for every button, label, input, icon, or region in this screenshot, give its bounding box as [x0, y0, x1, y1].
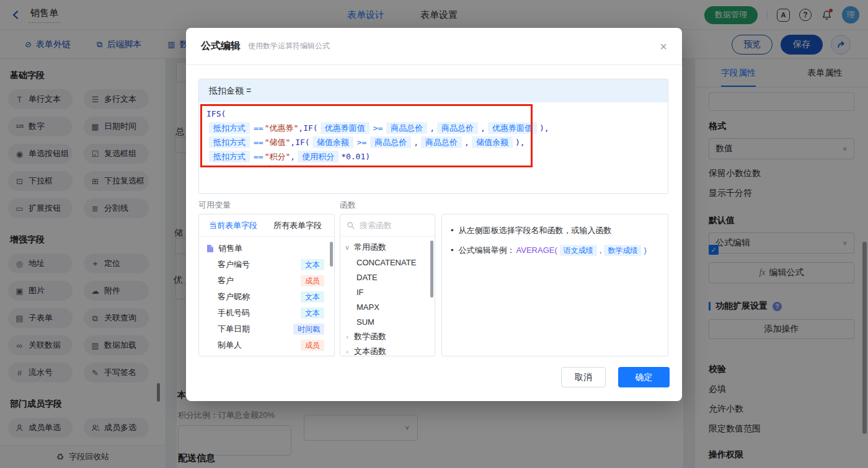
field-token[interactable]: 商品总价 [437, 122, 478, 134]
field-token[interactable]: 商品总价 [421, 136, 462, 148]
code-segment: , [290, 152, 295, 161]
hint-example-suffix: ) [644, 244, 646, 257]
variables-tabs: 当前表单字段所有表单字段 [199, 214, 334, 237]
variable-name: 手机号码 [218, 307, 250, 319]
formula-editor-modal: 公式编辑 使用数学运算符编辑公式 × 抵扣金额 = IFS(抵扣方式=="优惠券… [186, 28, 682, 401]
code-segment: >= [357, 138, 367, 147]
type-badge: 文本 [301, 307, 324, 319]
variables-tab[interactable]: 当前表单字段 [209, 220, 257, 231]
code-segment: , [414, 138, 418, 147]
variable-row[interactable]: 客户成员 [199, 273, 334, 289]
field-token[interactable]: 抵扣方式 [209, 136, 250, 148]
function-tree: ∨常用函数CONCATENATEDATEIFMAPXSUM›数学函数›文本函数 [340, 237, 435, 356]
modal-header: 公式编辑 使用数学运算符编辑公式 × [186, 28, 682, 65]
variables-scrollbar-thumb[interactable] [330, 242, 333, 267]
formula-line: 抵扣方式=="储值",IF(储值余额>=商品总价,商品总价,储值余额), [206, 135, 660, 149]
variable-row[interactable]: 客户编号文本 [199, 257, 334, 273]
cancel-button[interactable]: 取消 [561, 367, 606, 387]
hint-example-prefix: 公式编辑举例： [459, 244, 515, 257]
function-item[interactable]: SUM [340, 314, 435, 329]
hint-panel: • 从左侧面板选择字段名和函数，或输入函数 •公式编辑举例：AVERAGE(语文… [441, 214, 668, 356]
formula-editor[interactable]: 抵扣金额 = IFS(抵扣方式=="优惠券",IF(优惠券面值>=商品总价,商品… [198, 79, 668, 194]
variable-name: 客户编号 [218, 259, 250, 270]
hint-field-token: 数学成绩 [604, 245, 641, 256]
functions-panel: 搜索函数 ∨常用函数CONCATENATEDATEIFMAPXSUM›数学函数›… [340, 214, 435, 356]
variable-row[interactable]: 下单日期时间戳 [199, 321, 334, 337]
chevron-right-icon: › [340, 348, 354, 355]
field-token[interactable]: 优惠券面值 [321, 122, 370, 134]
function-group[interactable]: ∨常用函数 [340, 240, 435, 255]
search-icon [347, 221, 355, 230]
field-token[interactable]: 优惠券面值 [488, 122, 537, 134]
function-item[interactable]: CONCATENATE [340, 255, 435, 270]
search-placeholder: 搜索函数 [360, 220, 392, 231]
variables-tree: 销售单 客户编号文本客户成员客户昵称文本手机号码文本下单日期时间戳制单人成员 [199, 237, 334, 353]
formula-code[interactable]: IFS(抵扣方式=="优惠券",IF(优惠券面值>=商品总价,商品总价,优惠券面… [199, 102, 668, 168]
formula-line: 抵扣方式=="优惠券",IF(优惠券面值>=商品总价,商品总价,优惠券面值), [206, 121, 660, 135]
type-badge: 成员 [301, 275, 324, 286]
field-token[interactable]: 商品总价 [370, 136, 411, 148]
bullet: • [451, 224, 454, 237]
form-doc-icon [206, 244, 214, 253]
formula-line: IFS( [206, 107, 660, 121]
code-segment: == [254, 152, 264, 161]
function-item[interactable]: MAPX [340, 299, 435, 314]
function-item[interactable]: DATE [340, 270, 435, 285]
form-node[interactable]: 销售单 [199, 241, 334, 257]
function-search-input[interactable]: 搜索函数 [340, 214, 435, 237]
type-badge: 成员 [301, 340, 324, 351]
variable-name: 客户昵称 [218, 291, 250, 302]
function-group[interactable]: ›数学函数 [340, 329, 435, 344]
code-segment: *0.01) [341, 152, 370, 161]
field-token[interactable]: 抵扣方式 [209, 122, 250, 134]
function-group-label: 常用函数 [354, 242, 386, 253]
variables-tab[interactable]: 所有表单字段 [273, 220, 322, 231]
variable-row[interactable]: 客户昵称文本 [199, 289, 334, 305]
formula-line: 抵扣方式=="积分",使用积分*0.01) [206, 149, 660, 164]
variable-name: 客户 [218, 275, 234, 286]
variable-row[interactable]: 手机号码文本 [199, 305, 334, 321]
variable-row[interactable]: 制单人成员 [199, 337, 334, 353]
code-segment: == [254, 123, 264, 133]
variable-rows: 客户编号文本客户成员客户昵称文本手机号码文本下单日期时间戳制单人成员 [199, 257, 334, 353]
function-group-label: 文本函数 [354, 346, 386, 356]
field-token[interactable]: 储值余额 [312, 136, 353, 148]
modal-title: 公式编辑 [201, 40, 241, 53]
code-segment: , [430, 123, 435, 133]
code-segment: ,IF( [298, 123, 317, 133]
field-token[interactable]: 抵扣方式 [209, 151, 250, 162]
functions-scrollbar-thumb[interactable] [430, 241, 433, 298]
code-segment: , [464, 138, 469, 147]
hint-example: •公式编辑举例：AVERAGE(语文成绩,数学成绩 ) [451, 244, 659, 257]
variable-name: 制单人 [218, 340, 242, 351]
formula-target-label: 抵扣金额 = [199, 79, 668, 102]
chevron-down-icon: ∨ [340, 244, 354, 252]
form-node-label: 销售单 [218, 243, 242, 254]
field-token[interactable]: 储值余额 [472, 136, 513, 148]
code-segment: "储值" [265, 138, 291, 147]
function-group-label: 数学函数 [354, 331, 386, 342]
code-segment: IFS( [206, 109, 226, 118]
code-segment: , [480, 123, 485, 133]
hint-field-token: 语文成绩 [560, 245, 597, 256]
hint-line-1: • 从左侧面板选择字段名和函数，或输入函数 [451, 224, 659, 237]
code-segment: >= [373, 123, 383, 133]
chevron-right-icon: › [340, 333, 354, 340]
confirm-button[interactable]: 确定 [618, 367, 670, 387]
code-segment: ), [515, 138, 525, 147]
function-item[interactable]: IF [340, 285, 435, 299]
code-segment: "优惠券" [265, 123, 299, 133]
hint-example-function: AVERAGE( [516, 244, 557, 257]
close-icon[interactable]: × [660, 40, 667, 53]
code-segment: "积分" [265, 152, 291, 161]
variables-label: 可用变量 [198, 200, 231, 211]
variables-panel: 当前表单字段所有表单字段 销售单 客户编号文本客户成员客户昵称文本手机号码文本下… [198, 214, 335, 356]
function-group[interactable]: ›文本函数 [340, 344, 435, 356]
field-token[interactable]: 使用积分 [298, 151, 339, 162]
code-segment: ,IF( [290, 138, 309, 147]
field-token[interactable]: 商品总价 [386, 122, 427, 134]
code-segment: == [254, 138, 264, 147]
app-window: 销售单 表单设计表单设置 数据管理 A ? 理 ⊘表单外链⧉后端脚本▥数据权 预… [0, 0, 868, 468]
modal-subtitle: 使用数学运算符编辑公式 [248, 41, 330, 51]
code-segment: ), [539, 123, 549, 133]
